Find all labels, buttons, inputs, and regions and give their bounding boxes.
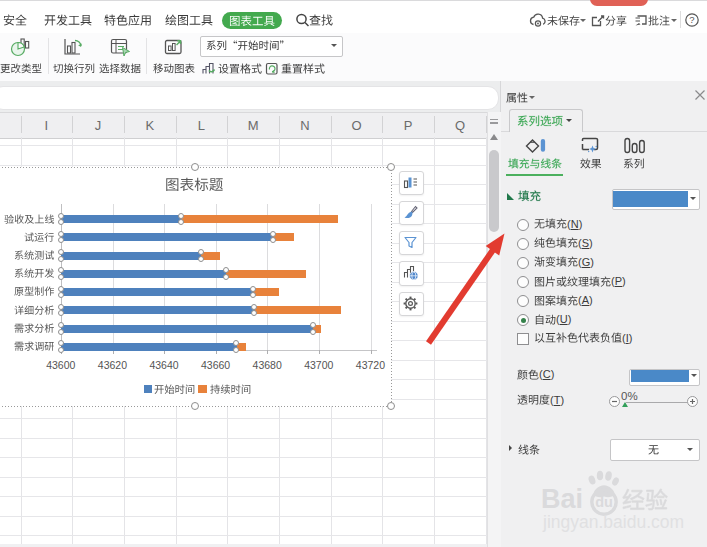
svg-text:?: ? [689, 14, 694, 25]
svg-text:du: du [595, 494, 613, 510]
